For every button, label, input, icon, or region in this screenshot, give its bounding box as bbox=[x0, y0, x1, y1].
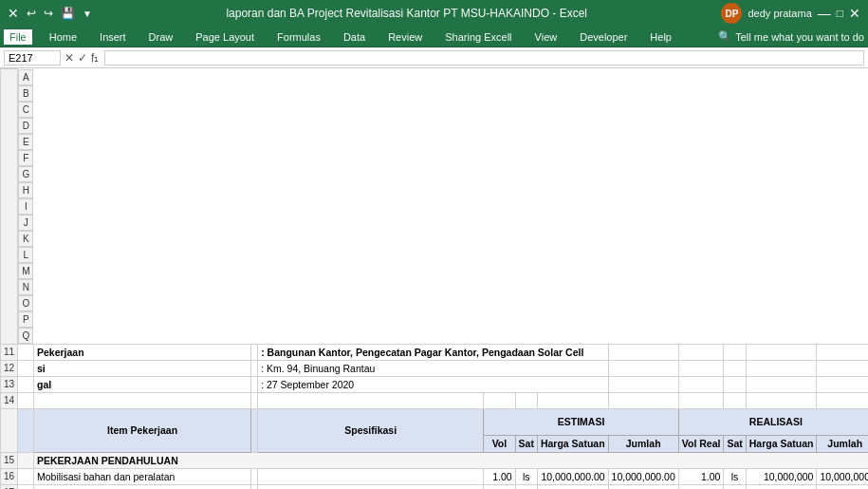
title-bar-left: ✕ ↩ ↪ 💾 ▼ bbox=[8, 6, 92, 21]
header-vol-real: Vol Real bbox=[678, 435, 724, 452]
col-header-c[interactable]: C bbox=[18, 102, 33, 118]
col-header-g[interactable]: G bbox=[18, 166, 33, 182]
tab-review[interactable]: Review bbox=[382, 29, 428, 45]
confirm-formula-icon[interactable]: ✓ bbox=[78, 51, 87, 65]
table-row: 13 gal : 27 September 2020 bbox=[1, 376, 869, 392]
tab-pagelayout[interactable]: Page Layout bbox=[190, 29, 260, 45]
name-box[interactable] bbox=[4, 50, 61, 66]
redo-icon[interactable]: ↪ bbox=[44, 7, 53, 20]
header-sat2: Sat bbox=[724, 435, 746, 452]
table-row: 17 Direksi keet dan gudang kerja 1.00 ls… bbox=[1, 484, 869, 489]
tab-help[interactable]: Help bbox=[644, 29, 677, 45]
col-header-l[interactable]: L bbox=[18, 247, 33, 263]
header-jumlah: Jumlah bbox=[608, 435, 678, 452]
search-icon: 🔍 bbox=[718, 30, 731, 43]
title-bar-title: laporan dan BA Project Revitalisasi Kant… bbox=[92, 7, 722, 20]
user-name: dedy pratama bbox=[748, 8, 811, 19]
header-harga-satuan2: Harga Satuan bbox=[746, 435, 817, 452]
header-realisasi: REALISASI bbox=[678, 408, 868, 435]
col-header-m[interactable]: M bbox=[18, 263, 33, 279]
header-vol: Vol bbox=[484, 435, 515, 452]
header-jumlah2: Jumlah bbox=[817, 435, 868, 452]
col-header-i[interactable]: I bbox=[18, 198, 33, 215]
col-header-e[interactable]: E bbox=[18, 134, 33, 150]
tab-sharing[interactable]: Sharing Excell bbox=[439, 29, 517, 45]
tab-data[interactable]: Data bbox=[338, 29, 371, 45]
tab-view[interactable]: View bbox=[529, 29, 563, 45]
formula-icons: ✕ ✓ f₁ bbox=[65, 51, 99, 65]
col-header-o[interactable]: O bbox=[18, 295, 33, 311]
header-harga-satuan: Harga Satuan bbox=[537, 435, 608, 452]
header-spesifikasi: Spesifikasi bbox=[258, 408, 484, 452]
close-button[interactable]: ✕ bbox=[849, 6, 860, 21]
col-header-q[interactable]: Q bbox=[18, 328, 33, 344]
table-row: 14 bbox=[1, 392, 869, 408]
col-header-d[interactable]: D bbox=[18, 118, 33, 134]
cancel-formula-icon[interactable]: ✕ bbox=[65, 51, 74, 65]
header-sat: Sat bbox=[515, 435, 537, 452]
table-area: A B C D E F G H I J K L M N O P Q bbox=[0, 68, 868, 489]
table-row: 12 si : Km. 94, Binuang Rantau bbox=[1, 360, 869, 376]
col-header-h[interactable]: H bbox=[18, 182, 33, 198]
sheet-table: A B C D E F G H I J K L M N O P Q bbox=[0, 68, 868, 489]
tab-insert[interactable]: Insert bbox=[94, 29, 132, 45]
ribbon: File Home Insert Draw Page Layout Formul… bbox=[0, 27, 868, 47]
formula-input[interactable] bbox=[104, 50, 864, 66]
col-header-j[interactable]: J bbox=[18, 215, 33, 231]
title-bar: ✕ ↩ ↪ 💾 ▼ laporan dan BA Project Revital… bbox=[0, 0, 868, 27]
header-estimasi: ESTIMASI bbox=[484, 408, 678, 435]
save-icon[interactable]: 💾 bbox=[61, 7, 75, 20]
table-row: 11 Pekerjaan : Bangunan Kantor, Pengecat… bbox=[1, 344, 869, 360]
tab-draw[interactable]: Draw bbox=[143, 29, 179, 45]
col-header-p[interactable]: P bbox=[18, 311, 33, 328]
spreadsheet: A B C D E F G H I J K L M N O P Q bbox=[0, 68, 868, 489]
search-box[interactable]: 🔍 Tell me what you want to do bbox=[718, 30, 864, 43]
tab-file[interactable]: File bbox=[4, 29, 32, 45]
excel-icon: ✕ bbox=[8, 6, 19, 21]
col-header-rownum bbox=[1, 69, 18, 345]
minimize-button[interactable]: — bbox=[818, 6, 831, 21]
column-header-row: Item Pekerjaan Spesifikasi ESTIMASI REAL… bbox=[1, 408, 869, 435]
col-header-k[interactable]: K bbox=[18, 231, 33, 247]
col-header-n[interactable]: N bbox=[18, 279, 33, 295]
insert-function-icon[interactable]: f₁ bbox=[91, 51, 99, 65]
maximize-button[interactable]: □ bbox=[837, 7, 843, 20]
formula-bar: ✕ ✓ f₁ bbox=[0, 47, 868, 68]
undo-icon[interactable]: ↩ bbox=[27, 7, 36, 20]
tab-home[interactable]: Home bbox=[44, 29, 83, 45]
tab-developer[interactable]: Developer bbox=[574, 29, 633, 45]
tab-formulas[interactable]: Formulas bbox=[271, 29, 326, 45]
quick-access[interactable]: ▼ bbox=[83, 9, 92, 19]
title-bar-right: DP dedy pratama — □ ✕ bbox=[721, 3, 860, 24]
col-header-a[interactable]: A bbox=[18, 69, 33, 85]
header-item: Item Pekerjaan bbox=[33, 408, 250, 452]
col-header-b[interactable]: B bbox=[18, 85, 33, 102]
col-header-f[interactable]: F bbox=[18, 150, 33, 166]
table-row: 16 Mobilisasi bahan dan peralatan 1.00 l… bbox=[1, 468, 869, 484]
user-avatar[interactable]: DP bbox=[721, 3, 742, 24]
table-row: 15 PEKERJAAN PENDAHULUAN bbox=[1, 452, 869, 468]
